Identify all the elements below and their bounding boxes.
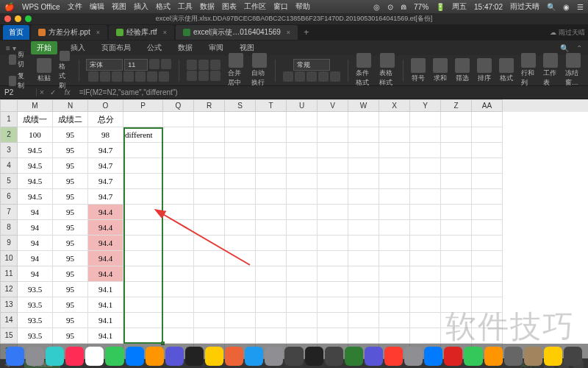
cell[interactable]: 95 xyxy=(53,282,88,297)
cell[interactable] xyxy=(318,112,348,127)
select-all-corner[interactable] xyxy=(0,99,18,112)
freeze-button[interactable]: 冻结窗… xyxy=(563,53,584,88)
cell[interactable] xyxy=(441,328,472,344)
cell[interactable] xyxy=(194,112,225,127)
dock-app-26[interactable] xyxy=(524,347,542,366)
cell[interactable]: 95 xyxy=(53,236,88,251)
cell[interactable] xyxy=(410,127,441,143)
close-icon[interactable]: × xyxy=(163,29,167,36)
cell[interactable]: 95 xyxy=(53,328,88,344)
cell[interactable] xyxy=(348,158,379,174)
cell[interactable]: 95 xyxy=(53,205,88,220)
cell[interactable] xyxy=(256,220,287,236)
cell[interactable] xyxy=(123,220,163,236)
bold-icon[interactable] xyxy=(88,71,98,82)
row-header-3[interactable]: 3 xyxy=(0,143,18,158)
cell[interactable] xyxy=(318,127,348,143)
fill-color-icon[interactable] xyxy=(147,71,157,82)
cell[interactable] xyxy=(225,297,256,313)
cell[interactable] xyxy=(441,220,472,236)
cell[interactable]: 94.5 xyxy=(18,189,53,205)
dock-app-18[interactable] xyxy=(365,347,383,366)
table-style-button[interactable]: 表格样式 xyxy=(377,53,398,88)
cell[interactable]: 成绩一 xyxy=(18,112,53,127)
cell[interactable] xyxy=(225,112,256,127)
cell[interactable] xyxy=(318,282,348,297)
cell[interactable]: 95 xyxy=(53,143,88,158)
cell[interactable] xyxy=(379,313,410,328)
cell[interactable]: 94.1 xyxy=(88,297,123,313)
cell[interactable]: 95 xyxy=(53,297,88,313)
sort-button[interactable]: 排序 xyxy=(475,58,494,83)
col-header-Z[interactable]: Z xyxy=(441,99,472,112)
cell[interactable] xyxy=(472,127,503,143)
font-color-icon[interactable] xyxy=(135,71,146,82)
cell[interactable] xyxy=(256,174,287,189)
wrap-button[interactable]: 自动换行 xyxy=(249,53,270,88)
cell[interactable] xyxy=(123,236,163,251)
cell[interactable]: 94.4 xyxy=(88,220,123,236)
cell[interactable] xyxy=(225,266,256,282)
cell[interactable] xyxy=(410,266,441,282)
cell[interactable] xyxy=(472,205,503,220)
ribbon-tab-data[interactable]: 数据 xyxy=(175,41,196,54)
cell[interactable] xyxy=(318,236,348,251)
align-top-icon[interactable] xyxy=(187,60,197,70)
cell[interactable] xyxy=(123,189,163,205)
cell[interactable] xyxy=(348,189,379,205)
cell[interactable] xyxy=(194,328,225,344)
cell[interactable] xyxy=(256,266,287,282)
close-icon[interactable] xyxy=(4,15,11,22)
row-header-6[interactable]: 6 xyxy=(0,189,18,205)
dock-app-8[interactable] xyxy=(165,347,184,366)
minimize-icon[interactable] xyxy=(15,15,21,22)
cell[interactable] xyxy=(287,205,318,220)
row-header-5[interactable]: 5 xyxy=(0,174,18,189)
cell[interactable] xyxy=(194,266,225,282)
cell[interactable] xyxy=(163,143,194,158)
merge-button[interactable]: 合并居中 xyxy=(226,53,246,88)
user-label[interactable]: 雨过天晴 xyxy=(510,1,539,12)
cell[interactable] xyxy=(379,143,410,158)
cell[interactable] xyxy=(163,158,194,174)
cell-reference[interactable]: P2 xyxy=(0,88,37,96)
cell[interactable] xyxy=(194,220,225,236)
cell[interactable] xyxy=(318,297,348,313)
cell[interactable] xyxy=(348,297,379,313)
dock-app-27[interactable] xyxy=(544,347,562,366)
row-header-10[interactable]: 10 xyxy=(0,251,18,266)
align-mid-icon[interactable] xyxy=(198,60,209,70)
close-icon[interactable]: × xyxy=(96,29,100,36)
menu-format[interactable]: 格式 xyxy=(156,1,171,12)
dock-app-12[interactable] xyxy=(245,347,263,366)
cell[interactable] xyxy=(194,127,225,143)
cell[interactable] xyxy=(163,174,194,189)
col-header-AA[interactable]: AA xyxy=(472,99,503,112)
cell[interactable]: 93.5 xyxy=(18,328,53,344)
cell[interactable] xyxy=(348,220,379,236)
column-headers[interactable]: MNOPQRSTUVWXYZAA xyxy=(18,99,588,112)
menu-chart[interactable]: 图表 xyxy=(222,1,237,12)
menu-data[interactable]: 数据 xyxy=(200,1,215,12)
cell[interactable] xyxy=(225,189,256,205)
col-header-W[interactable]: W xyxy=(348,99,379,112)
cell[interactable] xyxy=(225,313,256,328)
dec-inc-icon[interactable] xyxy=(318,71,329,82)
cell[interactable] xyxy=(194,158,225,174)
dock-app-2[interactable] xyxy=(46,347,64,366)
cell[interactable] xyxy=(225,251,256,266)
cell[interactable] xyxy=(410,282,441,297)
cell[interactable] xyxy=(348,236,379,251)
dock-app-25[interactable] xyxy=(504,347,523,366)
ribbon-tab-review[interactable]: 审阅 xyxy=(206,41,226,54)
cell[interactable] xyxy=(287,189,318,205)
cell[interactable] xyxy=(194,313,225,328)
cell[interactable] xyxy=(194,251,225,266)
sum-button[interactable]: 求和 xyxy=(431,58,450,83)
dock-app-15[interactable] xyxy=(305,347,323,366)
cell[interactable]: 94.1 xyxy=(88,328,123,344)
cell[interactable]: 94.5 xyxy=(18,158,53,174)
cell[interactable] xyxy=(379,112,410,127)
col-header-R[interactable]: R xyxy=(194,99,225,112)
dock-app-28[interactable] xyxy=(564,347,582,366)
